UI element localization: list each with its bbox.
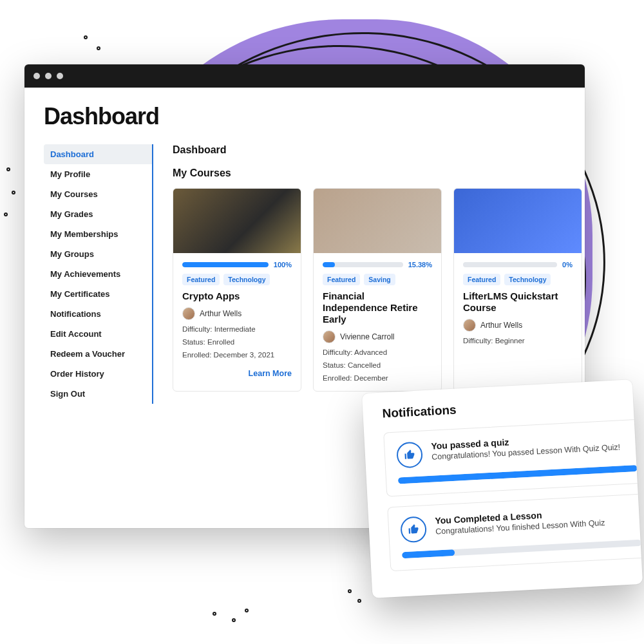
course-cards: 100% FeaturedTechnology Crypto Apps Arth… (173, 188, 582, 392)
sidebar-nav: DashboardMy ProfileMy CoursesMy GradesMy… (44, 144, 153, 404)
sidebar-item-my-courses[interactable]: My Courses (44, 184, 152, 204)
course-author[interactable]: Arthur Wells (463, 319, 573, 332)
thumbs-up-icon (396, 441, 423, 468)
course-tag[interactable]: Featured (182, 274, 220, 285)
sidebar-item-my-certificates[interactable]: My Certificates (44, 284, 152, 304)
notification-item[interactable]: You passed a quiz Congratulations! You p… (383, 419, 643, 497)
avatar (182, 307, 195, 320)
course-title: LifterLMS Quickstart Course (463, 290, 573, 314)
decor-dot (84, 35, 88, 39)
avatar (323, 330, 336, 343)
course-progress-bar (463, 262, 557, 267)
course-card[interactable]: 15.38% FeaturedSaving Financial Independ… (313, 188, 442, 392)
sidebar-item-notifications[interactable]: Notifications (44, 304, 152, 324)
sidebar-item-my-achievements[interactable]: My Achievements (44, 264, 152, 284)
sidebar-item-redeem-a-voucher[interactable]: Redeem a Voucher (44, 344, 152, 364)
course-difficulty: Difficulty: Advanced (323, 348, 432, 356)
course-card[interactable]: 100% FeaturedTechnology Crypto Apps Arth… (173, 188, 301, 392)
sidebar-item-sign-out[interactable]: Sign Out (44, 384, 152, 404)
notifications-title: Notifications (382, 393, 634, 421)
course-author[interactable]: Vivienne Carroll (323, 330, 432, 343)
course-tag[interactable]: Technology (223, 274, 270, 285)
course-progress-bar (182, 262, 269, 267)
sidebar-item-my-groups[interactable]: My Groups (44, 244, 152, 264)
notification-item[interactable]: You Completed a Lesson Congratulations! … (387, 493, 643, 571)
course-thumbnail (454, 189, 582, 253)
course-tag[interactable]: Featured (323, 274, 360, 285)
course-enrolled-date: Enrolled: December (323, 374, 432, 382)
window-control-min[interactable] (45, 73, 52, 79)
course-card[interactable]: 0% FeaturedTechnology LifterLMS Quicksta… (453, 188, 582, 392)
decor-dot (232, 618, 236, 622)
sidebar-item-dashboard[interactable]: Dashboard (44, 144, 152, 164)
avatar (463, 319, 476, 332)
decor-dot (97, 46, 100, 50)
course-progress-value: 100% (274, 261, 292, 269)
course-progress-bar (323, 262, 403, 267)
course-status: Status: Cancelled (323, 361, 432, 369)
course-tag[interactable]: Featured (463, 274, 500, 285)
course-thumbnail (173, 189, 301, 253)
course-title: Crypto Apps (182, 290, 292, 302)
sidebar-item-my-profile[interactable]: My Profile (44, 164, 152, 184)
window-control-close[interactable] (33, 73, 40, 79)
decor-dot (348, 589, 352, 593)
decor-dot (245, 609, 249, 612)
window-control-max[interactable] (57, 73, 63, 79)
window-titlebar (24, 64, 585, 88)
main-content: Dashboard My Courses 100% FeaturedTechno… (173, 144, 582, 404)
course-difficulty: Difficulty: Intermediate (182, 325, 292, 333)
sidebar-item-my-grades[interactable]: My Grades (44, 204, 152, 224)
section-heading-dashboard: Dashboard (173, 144, 582, 156)
sidebar-item-order-history[interactable]: Order History (44, 364, 152, 384)
thumbs-up-icon (400, 516, 427, 543)
course-difficulty: Difficulty: Beginner (463, 337, 573, 345)
decor-dot (6, 167, 10, 171)
course-tag[interactable]: Technology (504, 274, 551, 285)
learn-more-link[interactable]: Learn More (182, 369, 292, 378)
decor-dot (357, 599, 361, 603)
course-progress-value: 15.38% (408, 261, 432, 269)
course-title: Financial Independence Retire Early (323, 290, 432, 325)
notification-progress (402, 540, 641, 558)
notification-progress (398, 465, 638, 484)
course-enrolled-date: Enrolled: December 3, 2021 (182, 351, 292, 359)
decor-dot (12, 191, 15, 194)
page-title: Dashboard (44, 103, 565, 130)
decor-dot (4, 213, 8, 216)
course-author[interactable]: Arthur Wells (182, 307, 292, 320)
sidebar-item-edit-account[interactable]: Edit Account (44, 324, 152, 344)
course-tag[interactable]: Saving (364, 274, 395, 285)
course-status: Status: Enrolled (182, 338, 292, 346)
course-progress-value: 0% (562, 261, 573, 269)
sidebar-item-my-memberships[interactable]: My Memberships (44, 224, 152, 244)
course-thumbnail (314, 189, 441, 253)
notifications-panel: Notifications You passed a quiz Congratu… (362, 379, 643, 598)
section-heading-my-courses: My Courses (173, 167, 582, 179)
decor-dot (213, 612, 216, 616)
